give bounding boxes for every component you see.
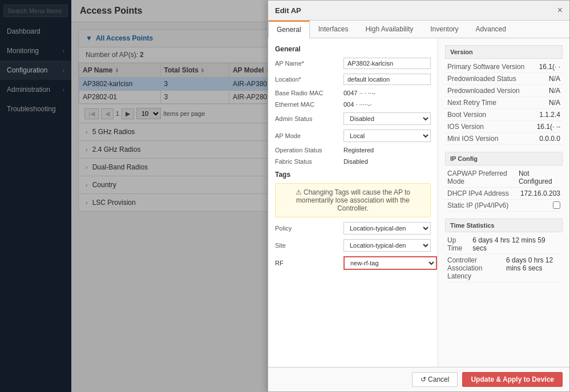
modal-title: Edit AP: [275, 6, 301, 15]
uptime-value: 6 days 4 hrs 12 mins 59 secs: [472, 236, 560, 252]
tab-advanced[interactable]: Advanced: [467, 21, 515, 38]
modal-left-panel: General AP Name* Location* Base Radio MA…: [268, 38, 438, 367]
location-label: Location*: [275, 76, 343, 83]
version-row: Mini IOS Version 0.0.0.0: [445, 133, 563, 145]
site-select[interactable]: Location-typical-den: [343, 239, 431, 252]
version-row: Predownloaded Status N/A: [445, 73, 563, 85]
version-row-value: N/A: [549, 99, 560, 107]
fabric-status-value: Disabled: [343, 158, 368, 165]
modal-right-panel: Version Primary Software Version 16.1(· …: [438, 38, 569, 367]
rf-select[interactable]: new-rf-tag: [345, 257, 436, 269]
version-row-label: Primary Software Version: [447, 63, 524, 71]
version-row-label: Boot Version: [447, 111, 486, 119]
uptime-label: Up Time: [447, 236, 472, 252]
capwap-label: CAPWAP Preferred Mode: [447, 169, 519, 185]
tags-section-title: Tags: [275, 171, 431, 179]
modal-body: General AP Name* Location* Base Radio MA…: [268, 38, 569, 367]
tab-general[interactable]: General: [268, 21, 310, 38]
rf-row: RF new-rf-tag: [275, 256, 431, 270]
rf-label: RF: [275, 260, 343, 266]
version-title: Version: [445, 45, 563, 59]
version-row-value: N/A: [549, 87, 560, 95]
dhcp-row: DHCP IPv4 Address 172.16.0.203: [445, 188, 563, 200]
ap-mode-label: AP Mode: [275, 132, 343, 139]
static-ip-checkbox[interactable]: [553, 201, 560, 209]
policy-select[interactable]: Location-typical-den: [343, 222, 431, 235]
version-row-value: N/A: [549, 75, 560, 83]
dhcp-value: 172.16.0.203: [520, 189, 560, 197]
ap-mode-row: AP Mode Local Monitor Sniffer: [275, 130, 431, 142]
ap-mode-select[interactable]: Local Monitor Sniffer: [343, 130, 431, 142]
ethernet-mac-value: 004 · ·····-·: [343, 101, 372, 108]
base-radio-mac-value: 0047 ·· · ···-: [343, 90, 375, 96]
rf-select-wrapper: new-rf-tag: [343, 256, 437, 270]
base-radio-mac-row: Base Radio MAC 0047 ·· · ···-: [275, 90, 431, 96]
version-row-value: 0.0.0.0: [539, 135, 560, 143]
static-ip-label: Static IP (IPv4/IPv6): [447, 201, 508, 209]
version-section: Version Primary Software Version 16.1(· …: [445, 45, 563, 145]
cancel-button[interactable]: ↺ Cancel: [412, 372, 458, 387]
version-row-label: Mini IOS Version: [447, 135, 498, 143]
modal-tabs: General Interfaces High Availability Inv…: [268, 21, 569, 38]
warning-box: ⚠ Changing Tags will cause the AP to mom…: [275, 183, 431, 217]
ap-name-row: AP Name*: [275, 58, 431, 69]
version-row: Boot Version 1.1.2.4: [445, 109, 563, 121]
version-row-label: Next Retry Time: [447, 99, 496, 107]
version-row-label: IOS Version: [447, 123, 484, 131]
ethernet-mac-label: Ethernet MAC: [275, 101, 343, 108]
version-row: Predownloaded Version N/A: [445, 85, 563, 97]
modal-header: Edit AP ×: [268, 1, 569, 21]
site-row: Site Location-typical-den: [275, 239, 431, 252]
version-row: Primary Software Version 16.1(· ·: [445, 61, 563, 73]
site-label: Site: [275, 242, 343, 249]
tab-high-availability[interactable]: High Availability: [357, 21, 422, 38]
controller-latency-row: Controller Association Latency 6 days 0 …: [445, 254, 563, 282]
policy-label: Policy: [275, 225, 343, 232]
tab-interfaces[interactable]: Interfaces: [310, 21, 357, 38]
version-row-value: 16.1(· ·: [539, 63, 560, 71]
capwap-value: Not Configured: [519, 169, 560, 185]
base-radio-mac-label: Base Radio MAC: [275, 90, 343, 96]
static-ip-row: Static IP (IPv4/IPv6): [445, 200, 563, 212]
close-button[interactable]: ×: [557, 5, 563, 15]
policy-row: Policy Location-typical-den: [275, 222, 431, 235]
modal-footer: ↺ Cancel Update & Apply to Device: [268, 367, 569, 391]
version-row-label: Predownloaded Version: [447, 87, 520, 95]
operation-status-row: Operation Status Registered: [275, 147, 431, 153]
admin-status-row: Admin Status Disabled Enabled: [275, 112, 431, 125]
tab-inventory[interactable]: Inventory: [422, 21, 467, 38]
operation-status-label: Operation Status: [275, 147, 343, 153]
fabric-status-label: Fabric Status: [275, 158, 343, 165]
time-stats-title: Time Statistics: [445, 219, 563, 232]
general-section-title: General: [275, 45, 431, 53]
version-row: IOS Version 16.1(· ·-: [445, 121, 563, 133]
location-row: Location*: [275, 74, 431, 85]
ap-name-input[interactable]: [343, 58, 431, 69]
version-row-label: Predownloaded Status: [447, 75, 516, 83]
admin-status-select[interactable]: Disabled Enabled: [343, 112, 431, 125]
controller-latency-label: Controller Association Latency: [447, 256, 506, 280]
fabric-status-row: Fabric Status Disabled: [275, 158, 431, 165]
version-row-value: 16.1(· ·-: [537, 123, 560, 131]
warning-text: Changing Tags will cause the AP to momen…: [296, 188, 410, 212]
controller-latency-value: 6 days 0 hrs 12 mins 6 secs: [506, 256, 560, 280]
update-apply-button[interactable]: Update & Apply to Device: [462, 372, 563, 387]
version-row: Next Retry Time N/A: [445, 97, 563, 109]
ip-config-title: IP Config: [445, 152, 563, 165]
ap-name-label: AP Name*: [275, 60, 343, 67]
time-stats-section: Time Statistics Up Time 6 days 4 hrs 12 …: [445, 219, 563, 282]
operation-status-value: Registered: [343, 147, 374, 153]
edit-ap-modal: Edit AP × General Interfaces High Availa…: [268, 0, 570, 392]
dhcp-label: DHCP IPv4 Address: [447, 189, 509, 197]
location-input[interactable]: [343, 74, 431, 85]
warning-icon: ⚠: [296, 188, 302, 196]
ethernet-mac-row: Ethernet MAC 004 · ·····-·: [275, 101, 431, 108]
version-row-value: 1.1.2.4: [539, 111, 560, 119]
uptime-row: Up Time 6 days 4 hrs 12 mins 59 secs: [445, 235, 563, 254]
admin-status-label: Admin Status: [275, 115, 343, 122]
ip-config-section: IP Config CAPWAP Preferred Mode Not Conf…: [445, 152, 563, 212]
capwap-row: CAPWAP Preferred Mode Not Configured: [445, 168, 563, 188]
